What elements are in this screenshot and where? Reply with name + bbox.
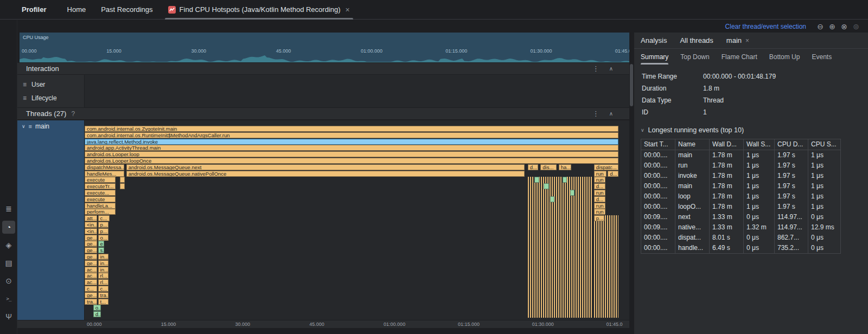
- subtab-top-down[interactable]: Top Down: [680, 49, 709, 65]
- tab-close-icon[interactable]: ×: [745, 37, 749, 44]
- analysis-tab-all-threads[interactable]: All threads: [680, 33, 713, 48]
- flame-event[interactable]: [534, 177, 540, 183]
- flame-event[interactable]: run: [594, 177, 606, 183]
- flame-event[interactable]: android.os.MessageQueue.nativePollOnce: [126, 171, 525, 177]
- flame-event[interactable]: o...: [98, 235, 109, 241]
- flame-event[interactable]: e...: [98, 241, 105, 247]
- top-tab-home[interactable]: Home: [60, 0, 94, 20]
- flame-event[interactable]: in...: [98, 267, 109, 273]
- threads-help-icon[interactable]: ?: [71, 110, 75, 118]
- reset-zoom-icon[interactable]: ⊗: [839, 21, 850, 32]
- events-table-row[interactable]: 00:09....next1.33 m0 μs114.97...0 μs: [641, 212, 841, 222]
- flame-event[interactable]: <in...: [85, 222, 97, 228]
- flame-event[interactable]: run: [594, 203, 606, 209]
- events-table-row[interactable]: 00:00....loop1.78 m1 μs1.97 s1 μs: [641, 191, 841, 202]
- flame-event[interactable]: tra...: [98, 292, 109, 298]
- profiler-icon[interactable]: ◔: [2, 221, 15, 234]
- subtab-events[interactable]: Events: [812, 49, 832, 65]
- flame-event[interactable]: tra...: [85, 299, 97, 305]
- events-column-header[interactable]: Wall D...: [710, 139, 744, 150]
- flame-event[interactable]: [563, 177, 567, 183]
- events-table-row[interactable]: 00:00....loopO...1.78 m1 μs1.97 s1 μs: [641, 202, 841, 212]
- thread-expand-icon[interactable]: ∨: [22, 124, 25, 129]
- device-explorer-icon[interactable]: ▤: [2, 256, 15, 269]
- top-tab-find-cpu-hotspots-java-kotlin-method-recording[interactable]: Find CPU Hotspots (Java/Kotlin Method Re…: [161, 0, 358, 20]
- subtab-bottom-up[interactable]: Bottom Up: [769, 49, 800, 65]
- zoom-in-icon[interactable]: ⊕: [827, 21, 838, 32]
- flame-event[interactable]: t...: [98, 299, 109, 305]
- threads-menu-icon[interactable]: ⋮: [592, 110, 599, 118]
- flame-event[interactable]: java.lang.reflect.Method.invoke: [85, 139, 618, 145]
- events-table-row[interactable]: 00:00....invoke1.78 m1 μs1.97 s1 μs: [641, 171, 841, 181]
- flame-event[interactable]: dis...: [540, 164, 557, 170]
- flame-event[interactable]: ge...: [85, 235, 97, 241]
- flame-event[interactable]: c...: [98, 286, 109, 292]
- terminal-icon[interactable]: >_: [2, 292, 15, 305]
- flame-event[interactable]: execute: [85, 177, 116, 183]
- flame-event[interactable]: d...: [594, 183, 606, 189]
- flame-event[interactable]: p...: [594, 215, 605, 221]
- logcat-icon[interactable]: ≣: [2, 202, 15, 215]
- zoom-to-selection-icon[interactable]: ⊚: [851, 21, 861, 32]
- cpu-usage-track[interactable]: CPU Usage 00.00015.00030.00045.00001:00.…: [20, 33, 629, 62]
- problems-icon[interactable]: ⊙: [2, 274, 15, 287]
- analysis-tab-main[interactable]: main×: [726, 33, 749, 48]
- flame-event[interactable]: c...: [98, 215, 110, 221]
- events-column-header[interactable]: CPU D...: [775, 139, 808, 150]
- flame-event[interactable]: c...: [85, 286, 97, 292]
- tab-close-icon[interactable]: ×: [346, 6, 350, 14]
- thread-row-main[interactable]: ∨ ≡ main: [17, 120, 84, 132]
- events-table-row[interactable]: 00:00....main1.78 m1 μs1.97 s1 μs: [641, 150, 841, 160]
- flame-event[interactable]: d...: [528, 164, 539, 170]
- flame-event[interactable]: [550, 196, 554, 202]
- flame-event[interactable]: o...: [93, 305, 101, 311]
- flame-event[interactable]: p...: [98, 222, 109, 228]
- track-row-lifecycle[interactable]: ≡Lifecycle: [17, 91, 84, 105]
- flame-event[interactable]: [120, 177, 125, 183]
- flame-event[interactable]: att...: [85, 215, 97, 221]
- flame-event[interactable]: in...: [98, 254, 109, 260]
- flame-event[interactable]: rl...: [98, 273, 109, 279]
- events-column-header[interactable]: CPU S...: [808, 139, 841, 150]
- flame-event[interactable]: [570, 190, 575, 196]
- events-column-header[interactable]: Name: [675, 139, 710, 150]
- flame-event[interactable]: ge...: [85, 292, 97, 298]
- flame-event[interactable]: ge...: [85, 247, 97, 253]
- flame-event[interactable]: d...: [93, 311, 101, 317]
- top-tab-past-recordings[interactable]: Past Recordings: [93, 0, 160, 20]
- track-row-user[interactable]: ≡User: [17, 78, 84, 91]
- flame-event[interactable]: ge...: [85, 260, 97, 266]
- flame-event[interactable]: <in...: [85, 228, 97, 234]
- flame-event[interactable]: execute: [85, 196, 116, 202]
- app-inspection-icon[interactable]: ◈: [2, 239, 15, 252]
- flame-event[interactable]: com.android.internal.os.RuntimeInit$Meth…: [85, 132, 618, 138]
- flame-event[interactable]: p...: [98, 228, 109, 234]
- flame-event[interactable]: android.os.Looper.loop: [85, 151, 618, 157]
- subtab-summary[interactable]: Summary: [641, 49, 668, 65]
- flame-event[interactable]: ac...: [85, 273, 97, 279]
- threads-collapse-icon[interactable]: ∧: [609, 111, 613, 117]
- vertical-scrollbar-thumb[interactable]: [630, 64, 633, 106]
- flame-event[interactable]: ha...: [559, 164, 572, 170]
- flame-event[interactable]: handleMes...: [85, 171, 124, 177]
- version-control-icon[interactable]: Ψ: [2, 310, 15, 323]
- interaction-collapse-icon[interactable]: ∧: [609, 66, 613, 72]
- flame-event[interactable]: [544, 183, 549, 189]
- flame-event[interactable]: com.android.internal.os.ZygoteInit.main: [85, 126, 618, 132]
- subtab-flame-chart[interactable]: Flame Chart: [722, 49, 757, 65]
- flame-event[interactable]: d...: [594, 196, 606, 202]
- events-table-row[interactable]: 00:00....dispat...8.01 s0 μs862.7...0 μs: [641, 233, 841, 243]
- flame-event[interactable]: ac...: [85, 279, 97, 285]
- events-column-header[interactable]: Start T...: [641, 139, 675, 150]
- flame-event[interactable]: android.os.MessageQueue.next: [126, 164, 525, 170]
- flame-event[interactable]: android.os.Looper.loopOnce: [85, 158, 618, 164]
- events-table-row[interactable]: 00:00....handle...6.49 s0 μs735.2...0 μs: [641, 243, 841, 253]
- flame-event[interactable]: dispatc...: [594, 164, 618, 170]
- flame-event[interactable]: android.app.ActivityThread.main: [85, 145, 618, 151]
- analysis-tab-analysis[interactable]: Analysis: [641, 33, 667, 48]
- flame-event[interactable]: ge...: [85, 241, 97, 247]
- events-column-header[interactable]: Wall S...: [744, 139, 775, 150]
- flame-event[interactable]: run: [594, 171, 607, 177]
- events-table-row[interactable]: 00:09....native...1.33 m1.32 m114.97...1…: [641, 222, 841, 233]
- flame-event[interactable]: dispatchMessa...: [85, 164, 124, 170]
